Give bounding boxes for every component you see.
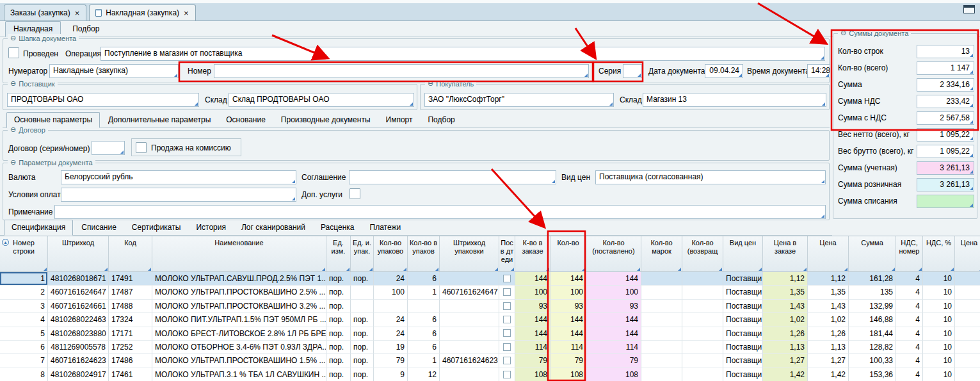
col-header-qty-delivered[interactable]: Кол-во(поставлено) [586, 236, 641, 272]
operation-field[interactable]: Поступление в магазин от поставщика [100, 47, 825, 61]
cell-qty-per-pack[interactable]: 6 [408, 272, 440, 286]
cell-barcode[interactable]: 4607161624661 [48, 300, 109, 313]
cell-vat-percent[interactable]: 10 [923, 272, 955, 286]
cell-qty-per-pack[interactable]: 1 [408, 286, 440, 299]
collapse-icon[interactable]: ⊖ [10, 34, 16, 42]
cell-qty-per-pack[interactable]: 12 [408, 368, 440, 381]
bottom-tab-2[interactable]: Сертификаты [125, 220, 188, 235]
cell-vat-number[interactable]: 4 [896, 327, 923, 341]
cell-price2[interactable] [955, 368, 980, 381]
cell-vat-number[interactable]: 4 [896, 368, 923, 381]
cell-qty-marks[interactable] [641, 272, 682, 286]
buyer-warehouse-field[interactable]: Магазин 13 [643, 93, 826, 107]
col-header-row-number[interactable]: ▲Номерстроки [0, 236, 48, 272]
cell-qty-ordered[interactable]: 100 [515, 286, 550, 299]
cell-qty-returned[interactable] [682, 368, 723, 381]
cell-barcode[interactable]: 4810268024917 [48, 368, 109, 381]
cell-vat-percent[interactable]: 10 [923, 300, 955, 313]
cell-barcode[interactable]: 4810268023880 [48, 327, 109, 341]
cell-vat-percent[interactable]: 10 [923, 286, 955, 299]
bottom-tab-4[interactable]: Лог сканирований [234, 220, 312, 235]
param-tab-5[interactable]: Подбор [421, 113, 462, 127]
cell-unit[interactable]: пор. [326, 327, 351, 341]
cell-pack-barcode[interactable] [440, 341, 499, 354]
cell-qty-packs[interactable]: 79 [374, 354, 408, 368]
cell-barcode[interactable]: 4607161624647 [48, 286, 109, 299]
row-flag-checkbox[interactable] [503, 371, 511, 378]
cell-unit-pack[interactable] [351, 286, 374, 299]
cell-vat-number[interactable]: 4 [896, 313, 923, 327]
cell-unit-pack[interactable]: пор. [351, 327, 374, 341]
cell-vat-percent[interactable]: 10 [923, 354, 955, 368]
cell-flag[interactable] [499, 354, 515, 368]
table-row[interactable]: 3460716162466117488МОЛОКО УЛЬТРАП.ПРОСТО… [0, 300, 980, 313]
cell-price-type[interactable]: Поставщи... [723, 286, 763, 299]
cell-qty-delivered[interactable]: 114 [586, 341, 641, 354]
cell-barcode[interactable]: 4810268022463 [48, 313, 109, 327]
cell-pack-barcode[interactable] [440, 272, 499, 286]
bottom-tab-1[interactable]: Списание [74, 220, 124, 235]
supplier-warehouse-field[interactable]: Склад ПРОДТОВАРЫ ОАО [229, 93, 414, 107]
cell-qty[interactable]: 79 [550, 354, 586, 368]
cell-unit[interactable]: пор. [326, 286, 351, 299]
cell-flag[interactable] [499, 300, 515, 313]
cell-vat-percent[interactable]: 10 [923, 341, 955, 354]
cell-qty-per-pack[interactable]: 1 [408, 354, 440, 368]
cell-flag[interactable] [499, 286, 515, 299]
cell-code[interactable]: 17461 [109, 368, 152, 381]
cell-qty[interactable]: 144 [550, 327, 586, 341]
totals-value[interactable]: 13 [917, 45, 974, 58]
cell-price-ordered[interactable]: 1,43 [763, 300, 808, 313]
cell-row-number[interactable]: 5 [0, 327, 48, 341]
cell-price-ordered[interactable]: 1,02 [763, 313, 808, 327]
cell-code[interactable]: 17488 [109, 300, 152, 313]
tab-orders[interactable]: Заказы (закупка) × [4, 4, 86, 20]
cell-qty-marks[interactable] [641, 368, 682, 381]
cell-name[interactable]: МОЛОКО УЛЬТРАП.ПРОСТОКВАШИНО 2.5% ... [152, 286, 326, 299]
cell-pack-barcode[interactable]: 4607161624647 [440, 286, 499, 299]
cell-price[interactable]: 1,26 [808, 327, 849, 341]
cell-qty-delivered[interactable]: 108 [586, 368, 641, 381]
supplier-field[interactable]: ПРОДТОВАРЫ ОАО [7, 93, 199, 107]
cell-sum[interactable]: 181,44 [849, 327, 896, 341]
cell-barcode[interactable]: 4811269005578 [48, 341, 109, 354]
row-flag-checkbox[interactable] [503, 329, 511, 337]
cell-qty-marks[interactable] [641, 327, 682, 341]
cell-unit-pack[interactable]: пор. [351, 354, 374, 368]
param-tab-1[interactable]: Дополнительные параметры [101, 113, 218, 127]
cell-price-type[interactable]: Поставщи... [723, 354, 763, 368]
cell-flag[interactable] [499, 313, 515, 327]
param-tab-4[interactable]: Импорт [379, 113, 420, 127]
buyer-field[interactable]: ЗАО "ЛюксСофтТорг" [424, 93, 614, 107]
cell-price[interactable]: 1,12 [808, 272, 849, 286]
cell-unit[interactable]: пор. [326, 354, 351, 368]
cell-price[interactable]: 1,43 [808, 300, 849, 313]
note-field[interactable] [54, 205, 826, 219]
cell-pack-barcode[interactable] [440, 368, 499, 381]
totals-value[interactable]: 3 261,13 [917, 178, 974, 191]
cell-qty-packs[interactable] [374, 300, 408, 313]
commission-checkbox[interactable] [136, 142, 147, 153]
payment-terms-field[interactable] [61, 188, 296, 202]
col-header-qty[interactable]: Кол-во [550, 236, 586, 272]
cell-vat-number[interactable]: 4 [896, 341, 923, 354]
col-header-flag[interactable]: Посв дтеди [499, 236, 515, 272]
totals-value[interactable]: 1 095,22 [917, 128, 974, 142]
cell-qty-packs[interactable]: 9 [374, 368, 408, 381]
cell-qty-delivered[interactable]: 144 [586, 272, 641, 286]
cell-qty[interactable]: 144 [550, 313, 586, 327]
cell-price-type[interactable]: Поставщи... [723, 327, 763, 341]
col-header-code[interactable]: Код [109, 236, 152, 272]
cell-vat-number[interactable]: 4 [896, 300, 923, 313]
cell-qty-packs[interactable]: 100 [374, 286, 408, 299]
cell-qty-packs[interactable]: 24 [374, 272, 408, 286]
cell-qty-marks[interactable] [641, 300, 682, 313]
cell-name[interactable]: МОЛОКО ОТБОРНОЕ 3.4-6% ПЭТ 0.93Л ЗДРА... [152, 341, 326, 354]
agreement-field[interactable] [349, 170, 556, 184]
col-header-qty-marks[interactable]: Кол-вомарок [641, 236, 682, 272]
cell-vat-percent[interactable]: 10 [923, 368, 955, 381]
col-header-unit-pack[interactable]: Ед. и.упак. [351, 236, 374, 272]
cell-pack-barcode[interactable] [440, 300, 499, 313]
cell-sum[interactable]: 161,28 [849, 272, 896, 286]
cell-qty-delivered[interactable]: 144 [586, 313, 641, 327]
